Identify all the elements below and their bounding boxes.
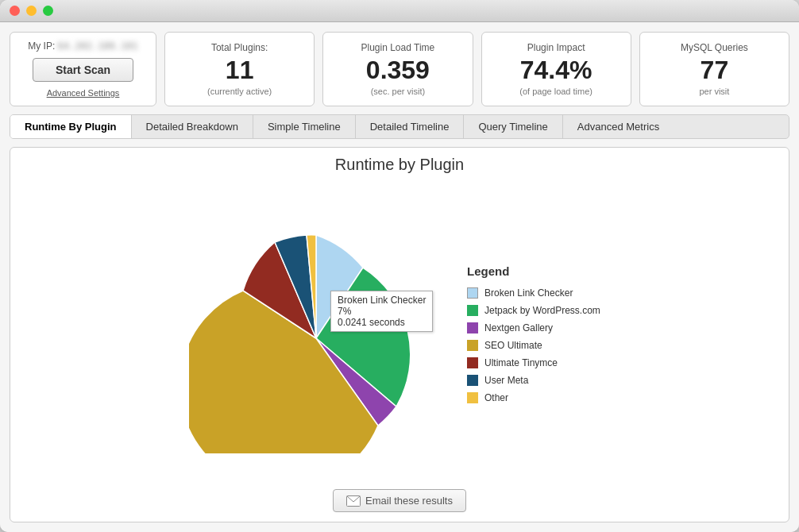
stat-label-0: Total Plugins: bbox=[211, 42, 268, 53]
legend-color-4 bbox=[467, 357, 478, 368]
maximize-dot[interactable] bbox=[43, 6, 53, 16]
ip-box: My IP: 64.202.189.101 Start Scan Advance… bbox=[10, 32, 156, 106]
legend-title: Legend bbox=[467, 264, 610, 278]
email-icon bbox=[346, 495, 361, 507]
ip-label: My IP: bbox=[28, 40, 55, 52]
minimize-dot[interactable] bbox=[26, 6, 37, 16]
legend-color-5 bbox=[467, 375, 478, 386]
chart-title: Runtime by Plugin bbox=[335, 156, 464, 174]
pie-chart-container: Broken Link Checker 7% 0.0241 seconds bbox=[189, 215, 443, 453]
email-results-button[interactable]: Email these results bbox=[333, 489, 466, 512]
stat-label-3: MySQL Queries bbox=[681, 42, 748, 53]
stat-mysql-queries: MySQL Queries 77 per visit bbox=[639, 32, 789, 106]
tab-query-timeline[interactable]: Query Timeline bbox=[464, 115, 562, 138]
stat-plugin-impact: Plugin Impact 74.4% (of page load time) bbox=[481, 32, 631, 106]
ip-value: 64.202.189.101 bbox=[58, 40, 138, 52]
legend-item-5: User Meta bbox=[467, 375, 610, 386]
stat-label-2: Plugin Impact bbox=[527, 42, 585, 53]
start-scan-button[interactable]: Start Scan bbox=[33, 58, 133, 82]
legend-label-3: SEO Ultimate bbox=[484, 340, 542, 351]
legend-color-3 bbox=[467, 340, 478, 351]
close-dot[interactable] bbox=[10, 6, 20, 16]
stat-value-1: 0.359 bbox=[366, 56, 430, 84]
email-button-label: Email these results bbox=[365, 495, 453, 507]
app-window: My IP: 64.202.189.101 Start Scan Advance… bbox=[0, 0, 799, 532]
stat-value-0: 11 bbox=[226, 56, 254, 84]
legend-color-0 bbox=[467, 287, 478, 299]
stat-load-time: Plugin Load Time 0.359 (sec. per visit) bbox=[322, 32, 473, 106]
tab-detailed-timeline[interactable]: Detailed Timeline bbox=[356, 115, 465, 138]
legend-item-4: Ultimate Tinymce bbox=[467, 357, 610, 368]
tab-runtime-by-plugin[interactable]: Runtime By Plugin bbox=[10, 115, 132, 138]
tab-simple-timeline[interactable]: Simple Timeline bbox=[253, 115, 356, 138]
stat-sub-3: per visit bbox=[699, 87, 729, 96]
titlebar bbox=[0, 0, 799, 22]
legend-item-0: Broken Link Checker bbox=[467, 287, 610, 299]
legend-color-2 bbox=[467, 322, 478, 333]
stat-value-3: 77 bbox=[701, 56, 729, 84]
pie-chart-svg bbox=[189, 215, 443, 453]
bottom-action-bar: Email these results bbox=[333, 486, 466, 514]
legend-item-2: Nextgen Gallery bbox=[467, 322, 610, 333]
legend-item-3: SEO Ultimate bbox=[467, 340, 610, 351]
tab-bar: Runtime By Plugin Detailed Breakdown Sim… bbox=[10, 114, 789, 139]
tab-advanced-metrics[interactable]: Advanced Metrics bbox=[563, 115, 674, 138]
stat-total-plugins: Total Plugins: 11 (currently active) bbox=[164, 32, 315, 106]
legend-label-1: Jetpack by WordPress.com bbox=[484, 305, 600, 316]
chart-area: Broken Link Checker 7% 0.0241 seconds Le… bbox=[18, 182, 781, 486]
legend-label-4: Ultimate Tinymce bbox=[484, 357, 558, 368]
main-chart-panel: Runtime by Plugin bbox=[10, 147, 789, 522]
stat-sub-1: (sec. per visit) bbox=[371, 87, 425, 96]
legend-label-0: Broken Link Checker bbox=[484, 287, 573, 299]
legend-label-6: Other bbox=[484, 392, 508, 403]
stat-label-1: Plugin Load Time bbox=[361, 42, 435, 53]
main-content: My IP: 64.202.189.101 Start Scan Advance… bbox=[0, 22, 799, 532]
stat-sub-2: (of page load time) bbox=[519, 87, 592, 96]
legend-color-6 bbox=[467, 392, 478, 403]
stat-sub-0: (currently active) bbox=[207, 87, 272, 96]
legend-color-1 bbox=[467, 305, 478, 316]
stat-value-2: 74.4% bbox=[520, 56, 592, 84]
legend-item-1: Jetpack by WordPress.com bbox=[467, 305, 610, 316]
legend-label-2: Nextgen Gallery bbox=[484, 322, 553, 333]
legend-item-6: Other bbox=[467, 392, 610, 403]
chart-legend: Legend Broken Link Checker Jetpack by Wo… bbox=[467, 264, 610, 403]
top-stats-row: My IP: 64.202.189.101 Start Scan Advance… bbox=[10, 32, 789, 106]
advanced-settings-link[interactable]: Advanced Settings bbox=[47, 88, 120, 98]
legend-label-5: User Meta bbox=[484, 375, 528, 386]
tab-detailed-breakdown[interactable]: Detailed Breakdown bbox=[132, 115, 253, 138]
